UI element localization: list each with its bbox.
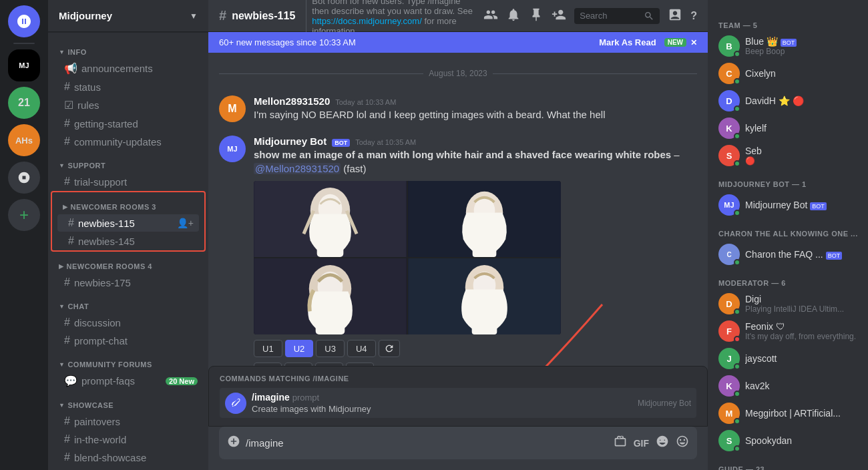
member-digi[interactable]: D Digi Playing IntelliJ IDEA Ultim...	[713, 290, 863, 317]
v2-button[interactable]: V2	[284, 363, 312, 366]
blue-status: Beep Boop	[745, 47, 857, 56]
v3-button[interactable]: V3	[315, 363, 343, 366]
channel-community-updates-label: community-updates	[74, 136, 198, 148]
members-icon[interactable]	[483, 7, 498, 25]
kav2k-name: kav2k	[745, 381, 857, 391]
mellon-avatar[interactable]: M	[219, 95, 246, 122]
user-add-icon[interactable]: 👤+	[177, 218, 194, 228]
member-kylelf[interactable]: K kylelf	[713, 115, 863, 142]
v1-button[interactable]: V1	[254, 363, 282, 366]
emoji-icon[interactable]	[676, 435, 689, 451]
channel-rules[interactable]: ☑ rules	[53, 96, 203, 114]
gif-icon[interactable]: GIF	[634, 438, 649, 449]
server-icon-unknown[interactable]	[8, 162, 40, 194]
image-cell-2[interactable]	[408, 181, 561, 257]
u2-button[interactable]: U2	[285, 340, 314, 357]
image-cell-3[interactable]	[254, 258, 407, 334]
u4-button[interactable]: U4	[347, 340, 376, 357]
category-support[interactable]: ▼ SUPPORT	[48, 151, 208, 172]
u3-button[interactable]: U3	[316, 340, 345, 357]
mj-bot-info: Midjourney Bot BOT	[745, 200, 857, 210]
refresh-button[interactable]	[379, 340, 400, 357]
channel-paintovers[interactable]: # paintovers	[53, 413, 203, 430]
category-info[interactable]: ▼ INFO	[48, 37, 208, 59]
message-2-time: Today at 10:35 AM	[355, 138, 416, 146]
server-chevron-icon: ▼	[190, 11, 198, 21]
sticker-icon[interactable]	[656, 435, 669, 451]
server-icon-21[interactable]: 21	[8, 87, 40, 119]
inbox-icon[interactable]	[668, 7, 682, 25]
category-newcomer-4[interactable]: ▶ NEWCOMER ROOMS 4	[48, 252, 208, 273]
channel-getting-started[interactable]: # getting-started	[53, 115, 203, 132]
add-member-icon[interactable]	[552, 7, 566, 25]
server-icon-ahs[interactable]: AHs	[8, 124, 40, 156]
member-feonix[interactable]: F Feonix 🛡 It's my day off, from everyth…	[713, 318, 863, 344]
chat-input[interactable]	[246, 429, 608, 457]
channel-community-updates[interactable]: # community-updates	[53, 133, 203, 150]
category-themed-image-gen[interactable]: ▼ THEMED IMAGE GEN	[48, 467, 208, 470]
search-box[interactable]	[574, 8, 660, 24]
message-1-author[interactable]: Mellon28931520	[254, 95, 330, 107]
command-info: /imagine prompt Create images with Midjo…	[252, 392, 371, 414]
category-community-forums[interactable]: ▼ COMMUNITY FORUMS	[48, 350, 208, 371]
seb-status: 🔴	[745, 156, 857, 166]
member-seb[interactable]: S Seb 🔴	[713, 142, 863, 169]
member-cixelyn[interactable]: C Cixelyn	[713, 60, 863, 87]
member-meggirbot[interactable]: M Meggirbot | ARTificial...	[713, 400, 863, 427]
close-banner-icon[interactable]: ✕	[690, 38, 697, 47]
channel-discussion[interactable]: # discussion	[53, 314, 203, 331]
v4-button[interactable]: V4	[346, 363, 374, 366]
member-spookydan[interactable]: S Spookydan	[713, 427, 863, 454]
channel-newbies-115-label: newbies-115	[78, 218, 173, 229]
message-2-author[interactable]: Midjourney Bot	[254, 136, 327, 147]
channel-announcements[interactable]: 📢 announcements	[53, 59, 203, 77]
channel-newbies-115[interactable]: # newbies-115 👤+	[57, 214, 199, 232]
member-charon[interactable]: C Charon the FAQ ... BOT	[713, 241, 863, 268]
category-showcase[interactable]: ▼ SHOWCASE	[48, 391, 208, 412]
kav2k-avatar: K	[718, 375, 740, 397]
channel-blend-showcase[interactable]: # blend-showcase	[53, 449, 203, 466]
notification-icon[interactable]	[506, 7, 521, 25]
docs-link[interactable]: https://docs.midjourney.com/	[312, 16, 422, 26]
channel-list: ▼ INFO 📢 announcements # status ☑ rules …	[48, 32, 208, 470]
blue-status-dot	[734, 51, 740, 57]
channel-newbies-175-label: newbies-175	[74, 277, 198, 288]
server-name-header[interactable]: Midjourney ▼	[48, 0, 208, 32]
new-messages-banner[interactable]: 60+ new messages since 10:33 AM Mark As …	[208, 32, 708, 53]
channel-prompt-faqs[interactable]: 💬 prompt-faqs 20 New	[53, 372, 203, 390]
channel-in-the-world[interactable]: # in-the-world	[53, 431, 203, 448]
seb-status-dot	[734, 160, 740, 167]
bot-avatar-1[interactable]: MJ	[219, 136, 246, 162]
imagine-command-item[interactable]: /imagine prompt Create images with Midjo…	[220, 388, 696, 418]
member-davidh[interactable]: D DavidH ⭐ 🔴	[713, 87, 863, 114]
channel-status[interactable]: # status	[53, 78, 203, 95]
member-jayscott[interactable]: J jayscott	[713, 345, 863, 372]
channel-prompt-chat[interactable]: # prompt-chat	[53, 332, 203, 349]
search-input[interactable]	[580, 11, 640, 21]
help-icon[interactable]: ?	[690, 10, 697, 22]
channel-rules-label: rules	[77, 99, 198, 111]
category-chat[interactable]: ▼ CHAT	[48, 292, 208, 313]
gift-icon[interactable]	[614, 435, 627, 451]
pin-icon[interactable]	[529, 7, 544, 25]
image-cell-4[interactable]	[408, 258, 561, 334]
channel-newbies-145[interactable]: # newbies-145	[57, 232, 199, 250]
member-blue[interactable]: B Blue 👑 BOT Beep Boop	[713, 33, 863, 59]
mark-as-read-button[interactable]: Mark As Read NEW ✕	[599, 37, 697, 47]
channel-newbies-175[interactable]: # newbies-175	[53, 274, 203, 291]
channel-trial-support[interactable]: # trial-support	[53, 173, 203, 190]
member-category-team: TEAM — 5	[708, 11, 868, 32]
member-mj-bot[interactable]: MJ Midjourney Bot BOT	[713, 192, 863, 218]
discord-home-button[interactable]	[8, 5, 40, 37]
u1-button[interactable]: U1	[254, 340, 282, 357]
mj-bot-status	[734, 210, 740, 216]
member-kav2k[interactable]: K kav2k	[713, 373, 863, 399]
mention-1[interactable]: @Mellon28931520	[254, 163, 341, 174]
server-list: MJ 21 AHs +	[0, 0, 48, 470]
category-newcomer-3[interactable]: ▶ NEWCOMER ROOMS 3	[52, 192, 204, 214]
add-attachment-icon[interactable]	[227, 427, 240, 459]
midjourney-server-icon[interactable]: MJ	[8, 49, 40, 81]
server-icon-add[interactable]: +	[8, 199, 40, 231]
image-cell-1[interactable]	[254, 181, 407, 257]
kav2k-status	[734, 391, 740, 397]
